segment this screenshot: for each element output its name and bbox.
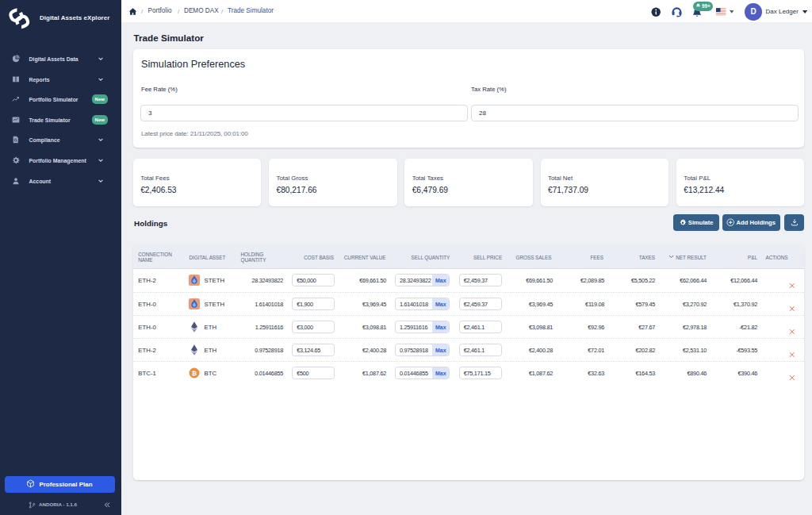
svg-text:₿: ₿ [192,369,197,376]
